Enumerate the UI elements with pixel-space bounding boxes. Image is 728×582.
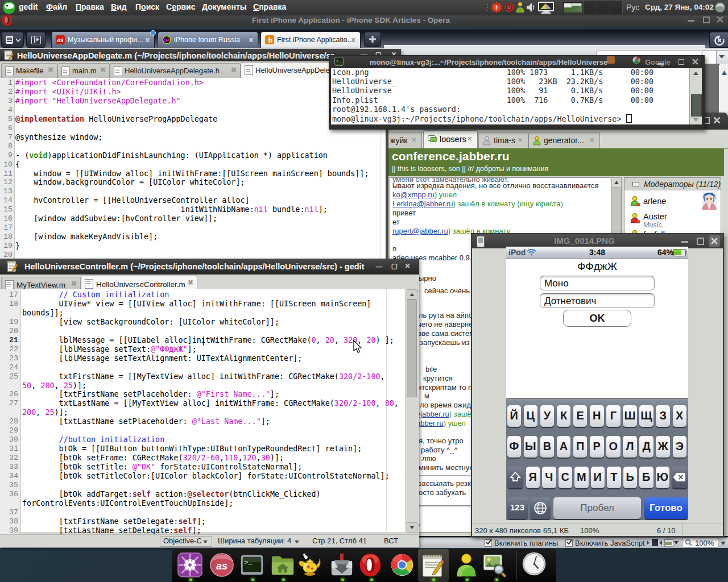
svg-text:as: as [216,560,228,572]
svg-text:as: as [57,37,64,43]
svg-text:iP: iP [164,37,170,43]
